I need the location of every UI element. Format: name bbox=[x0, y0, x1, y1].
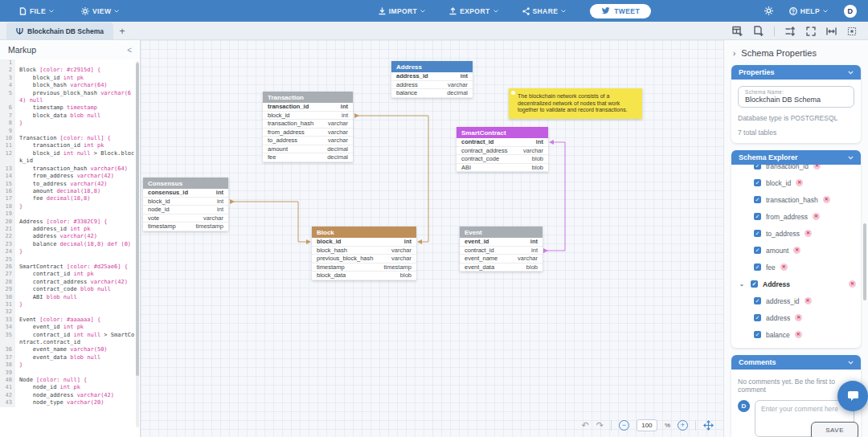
checkbox-checked[interactable]: ✓ bbox=[754, 297, 761, 304]
help-menu[interactable]: HELP bbox=[789, 7, 828, 15]
field-row-contract_id[interactable]: contract_idint bbox=[460, 247, 542, 255]
entity-header[interactable]: Event bbox=[460, 227, 542, 238]
entity-table-smartcontract[interactable]: SmartContractcontract_idintcontract_addr… bbox=[457, 127, 548, 172]
entity-table-block[interactable]: Blockblock_idintblock_hashvarcharpreviou… bbox=[312, 227, 416, 280]
explorer-item-amount[interactable]: ✓amount✕ bbox=[736, 242, 856, 259]
pan-move-icon[interactable] bbox=[703, 420, 714, 431]
explorer-item-from_address[interactable]: ✓from_address✕ bbox=[736, 208, 856, 225]
add-note-icon[interactable] bbox=[753, 26, 764, 36]
field-row-transaction_id[interactable]: transaction_idint bbox=[263, 103, 353, 112]
checkbox-checked[interactable]: ✓ bbox=[754, 247, 761, 254]
entity-table-address[interactable]: Addressaddress_idintaddressvarcharbalanc… bbox=[391, 61, 473, 98]
field-row-node_id[interactable]: node_idint bbox=[143, 206, 228, 214]
chat-fab-button[interactable] bbox=[837, 381, 868, 411]
save-button[interactable]: SAVE bbox=[811, 422, 858, 437]
field-row-event_id[interactable]: event_idint bbox=[460, 238, 542, 247]
schema-explorer-header[interactable]: Schema Explorer bbox=[731, 150, 861, 165]
file-menu[interactable]: FILE bbox=[19, 7, 54, 15]
explorer-item-fee[interactable]: ✓fee✕ bbox=[736, 259, 856, 276]
field-row-balance[interactable]: balancedecimal bbox=[391, 89, 473, 98]
entity-table-event[interactable]: Eventevent_idintcontract_idintevent_name… bbox=[460, 227, 542, 272]
field-row-timestamp[interactable]: timestamptimestamp bbox=[312, 263, 416, 272]
checkbox-checked[interactable]: ✓ bbox=[754, 230, 761, 237]
field-row-ABI[interactable]: ABIblob bbox=[457, 164, 548, 173]
explorer-item-Address[interactable]: ⌄✓Address✕ bbox=[736, 276, 856, 292]
field-row-address[interactable]: addressvarchar bbox=[391, 81, 473, 90]
delete-icon[interactable]: ✕ bbox=[849, 280, 856, 288]
field-row-contract_id[interactable]: contract_idint bbox=[457, 138, 548, 147]
field-row-consensus_id[interactable]: consensus_idint bbox=[143, 189, 228, 198]
checkbox-checked[interactable]: ✓ bbox=[754, 314, 761, 321]
checkbox-checked[interactable]: ✓ bbox=[751, 280, 758, 288]
add-table-icon[interactable] bbox=[732, 26, 743, 36]
field-row-block_id[interactable]: block_idint bbox=[312, 238, 416, 247]
explorer-item-address[interactable]: ✓address✕ bbox=[736, 309, 856, 326]
explorer-scrollbar-thumb[interactable] bbox=[863, 223, 866, 300]
view-menu[interactable]: VIEW bbox=[81, 7, 119, 15]
field-row-transaction_hash[interactable]: transaction_hashvarchar bbox=[263, 120, 353, 129]
checkbox-checked[interactable]: ✓ bbox=[754, 179, 761, 186]
entity-header[interactable]: Address bbox=[391, 61, 473, 72]
delete-icon[interactable]: ✕ bbox=[780, 263, 788, 271]
field-row-event_name[interactable]: event_namevarchar bbox=[460, 255, 542, 263]
explorer-item-block_id[interactable]: ✓block_id✕ bbox=[736, 174, 856, 191]
chevron-down-icon[interactable]: ⌄ bbox=[739, 281, 746, 288]
field-row-block_id[interactable]: block_idint bbox=[143, 198, 228, 206]
new-tab-button[interactable]: + bbox=[113, 26, 131, 39]
import-menu[interactable]: IMPORT bbox=[379, 7, 425, 15]
field-row-to_address[interactable]: to_addressvarchar bbox=[263, 137, 353, 145]
field-row-contract_code[interactable]: contract_codeblob bbox=[457, 155, 548, 164]
delete-icon[interactable]: ✕ bbox=[796, 179, 803, 186]
field-row-previous_block_hash[interactable]: previous_block_hashvarchar bbox=[312, 255, 416, 263]
collapse-panel-icon[interactable]: < bbox=[127, 46, 132, 55]
explorer-item-balance[interactable]: ✓balance✕ bbox=[736, 326, 856, 343]
explorer-item-transaction_hash[interactable]: ✓transaction_hash✕ bbox=[736, 191, 856, 208]
explorer-item-to_address[interactable]: ✓to_address✕ bbox=[736, 225, 856, 242]
delete-icon[interactable]: ✕ bbox=[795, 331, 802, 338]
sticky-note[interactable]: The blockchain network consists of a dec… bbox=[509, 88, 642, 119]
undo-icon[interactable]: ↶ bbox=[581, 421, 588, 430]
diagram-canvas[interactable]: Addressaddress_idintaddressvarcharbalanc… bbox=[141, 40, 723, 437]
markup-scrollbar[interactable] bbox=[136, 61, 139, 427]
entity-header[interactable]: Transaction bbox=[263, 92, 353, 103]
field-row-vote[interactable]: votevarchar bbox=[143, 214, 228, 223]
markup-editor[interactable]: 1 2Block [color: #c2915d] {3 block_id in… bbox=[0, 59, 140, 437]
fit-screen-icon[interactable] bbox=[806, 27, 816, 36]
delete-icon[interactable]: ✕ bbox=[805, 230, 812, 237]
field-row-timestamp[interactable]: timestamptimestamp bbox=[143, 223, 228, 231]
delete-icon[interactable]: ✕ bbox=[795, 314, 802, 321]
export-menu[interactable]: EXPORT bbox=[449, 7, 497, 15]
checkbox-checked[interactable]: ✓ bbox=[754, 331, 761, 338]
field-row-address_id[interactable]: address_idint bbox=[391, 72, 473, 81]
user-avatar[interactable]: D bbox=[844, 5, 857, 18]
field-row-from_address[interactable]: from_addressvarchar bbox=[263, 129, 353, 137]
redo-icon[interactable]: ↷ bbox=[596, 421, 604, 430]
entity-table-consensus[interactable]: Consensusconsensus_idintblock_idintnode_… bbox=[143, 178, 228, 231]
explorer-item-address_id[interactable]: ✓address_id✕ bbox=[736, 292, 856, 309]
entity-header[interactable]: Block bbox=[312, 227, 416, 238]
field-row-fee[interactable]: feedecimal bbox=[263, 153, 353, 162]
share-menu[interactable]: SHARE bbox=[522, 7, 567, 15]
delete-icon[interactable]: ✕ bbox=[823, 196, 830, 203]
delete-icon[interactable]: ✕ bbox=[813, 213, 820, 220]
explorer-item-transaction_id[interactable]: ✓transaction_id✕ bbox=[736, 165, 856, 174]
field-row-block_data[interactable]: block_datablob bbox=[312, 272, 416, 280]
fit-width-icon[interactable] bbox=[826, 27, 837, 35]
zoom-in-icon[interactable]: + bbox=[678, 420, 688, 431]
checkbox-checked[interactable]: ✓ bbox=[754, 263, 761, 271]
schema-name-field[interactable]: Schema Name: Blockchain DB Schema bbox=[738, 86, 854, 108]
checkbox-checked[interactable]: ✓ bbox=[754, 213, 761, 220]
field-row-block_hash[interactable]: block_hashvarchar bbox=[312, 247, 416, 255]
field-row-event_data[interactable]: event_datablob bbox=[460, 263, 542, 272]
tweet-button[interactable]: TWEET bbox=[590, 4, 651, 18]
settings-gear-icon[interactable] bbox=[764, 6, 773, 15]
entity-table-transaction[interactable]: Transactiontransaction_idintblock_idintt… bbox=[263, 92, 353, 162]
zoom-level-input[interactable] bbox=[637, 419, 657, 431]
field-row-amount[interactable]: amountdecimal bbox=[263, 145, 353, 154]
entity-header[interactable]: SmartContract bbox=[457, 127, 548, 138]
checkbox-checked[interactable]: ✓ bbox=[754, 165, 761, 169]
properties-card-header[interactable]: Properties bbox=[731, 65, 861, 80]
checkbox-checked[interactable]: ✓ bbox=[754, 196, 761, 203]
field-row-contract_address[interactable]: contract_addressvarchar bbox=[457, 147, 548, 156]
delete-icon[interactable]: ✕ bbox=[813, 165, 821, 169]
